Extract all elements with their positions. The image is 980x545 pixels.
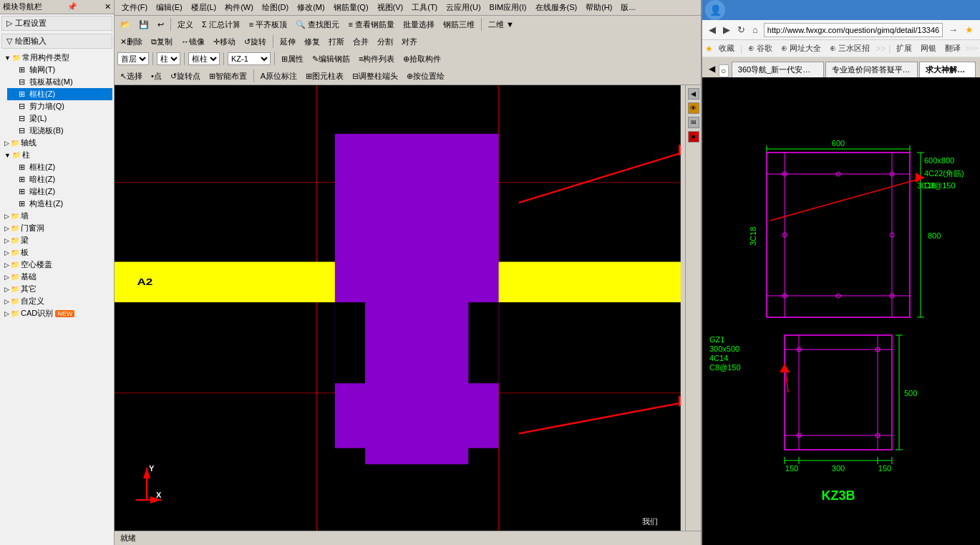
btn-undo[interactable]: ↩ bbox=[154, 19, 168, 31]
bookmark-google[interactable]: ⊕ 谷歌 bbox=[744, 42, 777, 54]
btn-merge[interactable]: 合并 bbox=[349, 35, 372, 49]
menu-online[interactable]: 在线服务(S) bbox=[531, 1, 582, 14]
tree-item-kz2[interactable]: ⊞ 框柱(Z) bbox=[7, 161, 112, 173]
browser-tab-0[interactable]: 360导航_新一代安全上网导... bbox=[732, 62, 824, 77]
browser-home-btn[interactable]: ⌂ bbox=[749, 23, 762, 37]
menu-help[interactable]: 帮助(H) bbox=[581, 1, 616, 14]
btn-rebar-3d[interactable]: 钢筋三维 bbox=[440, 18, 478, 32]
tree-item-raft[interactable]: ⊟ 筏板基础(M) bbox=[7, 76, 112, 88]
bookmark-nav[interactable]: ⊕ 网址大全 bbox=[777, 42, 825, 54]
tree-custom[interactable]: ▷ 📁 自定义 bbox=[1, 295, 112, 307]
btn-define[interactable]: 定义 bbox=[174, 18, 197, 32]
btn-place-by-position[interactable]: ⊕ 按位置绘 bbox=[403, 69, 448, 83]
tree-hollow[interactable]: ▷ 📁 空心楼盖 bbox=[1, 259, 112, 271]
browser-tab-back[interactable]: ◀ bbox=[705, 60, 719, 77]
btn-delete[interactable]: ✕ 删除 bbox=[117, 35, 146, 49]
browser-tab-2[interactable]: 求大神解答:构... bbox=[919, 62, 976, 77]
tree-common-types[interactable]: ▼ 📁 常用构件类型 bbox=[1, 52, 112, 64]
tree-item-gzz[interactable]: ⊞ 构造柱(Z) bbox=[7, 198, 112, 210]
browser-url-bar[interactable] bbox=[764, 23, 943, 37]
menu-tools[interactable]: 工具(T) bbox=[407, 1, 442, 14]
bookmark-favorites[interactable]: 收藏 bbox=[714, 42, 739, 54]
menu-view[interactable]: 视图(V) bbox=[373, 1, 408, 14]
btn-trim[interactable]: 打斯 bbox=[325, 35, 348, 49]
tree-beam2[interactable]: ▷ 📁 梁 bbox=[1, 234, 112, 246]
tree-item-beam[interactable]: ⊟ 梁(L) bbox=[7, 112, 112, 125]
tree-wall[interactable]: ▷ 📁 墙 bbox=[1, 210, 112, 222]
side-tb-btn-mail[interactable]: ✉ bbox=[688, 117, 699, 128]
browser-back-btn[interactable]: ◀ bbox=[705, 23, 719, 37]
btn-move[interactable]: ✛ 移动 bbox=[210, 35, 239, 49]
btn-copy[interactable]: ⧉ 复制 bbox=[147, 35, 176, 49]
btn-2d[interactable]: 二维 ▼ bbox=[485, 18, 518, 32]
btn-save[interactable]: 💾 bbox=[135, 19, 152, 31]
btn-properties[interactable]: ⊞ 属性 bbox=[278, 52, 307, 66]
menu-more[interactable]: 版... bbox=[616, 1, 639, 14]
tree-item-axisnet[interactable]: ⊞ 轴网(T) bbox=[7, 64, 112, 76]
tree-column[interactable]: ▼ 📁 柱 bbox=[1, 149, 112, 161]
btn-pick-component[interactable]: ⊕ 拾取构件 bbox=[399, 52, 445, 66]
browser-refresh-btn[interactable]: ↻ bbox=[734, 23, 749, 37]
btn-find-element[interactable]: 🔍 查找图元 bbox=[292, 18, 343, 32]
bookmark-sanshui[interactable]: ⊕ 三水区招 bbox=[825, 42, 874, 54]
profile-avatar[interactable]: 👤 bbox=[705, 0, 725, 20]
btn-batch-select[interactable]: 批量选择 bbox=[399, 18, 438, 32]
menu-file[interactable]: 文件(F) bbox=[117, 1, 152, 14]
tree-cad-recognize[interactable]: ▷ 📁 CAD识别 NEW bbox=[1, 307, 112, 319]
menu-rebar[interactable]: 钢筋量(Q) bbox=[329, 1, 373, 14]
btn-point-draw[interactable]: • 点 bbox=[147, 69, 165, 83]
tree-other[interactable]: ▷ 📁 其它 bbox=[1, 283, 112, 295]
tree-axisline[interactable]: ▷ 📁 轴线 bbox=[1, 137, 112, 149]
btn-in-place-annotation[interactable]: A 原位标注 bbox=[257, 69, 301, 83]
btn-align[interactable]: 对齐 bbox=[398, 35, 421, 49]
select-component-subtype[interactable]: 框柱 bbox=[188, 52, 220, 65]
browser-tab-1[interactable]: 专业造价问答答疑平台-广联... bbox=[825, 62, 918, 77]
menu-edit[interactable]: 编辑(E) bbox=[152, 1, 187, 14]
browser-star-btn[interactable]: ★ bbox=[961, 23, 977, 37]
btn-extend[interactable]: 延伸 bbox=[276, 35, 299, 49]
nav-pin-icon[interactable]: 📌 bbox=[67, 2, 77, 11]
tree-item-az[interactable]: ⊞ 暗柱(Z) bbox=[7, 173, 112, 185]
nav-close-icon[interactable]: ✕ bbox=[105, 2, 111, 11]
side-tb-btn-1[interactable]: ◀ bbox=[688, 88, 699, 100]
select-component-type[interactable]: 柱 bbox=[157, 52, 180, 65]
menu-component[interactable]: 构件(W) bbox=[220, 1, 258, 14]
menu-cloud[interactable]: 云应用(U) bbox=[442, 1, 485, 14]
side-tb-btn-eye[interactable]: 👁 bbox=[688, 102, 699, 114]
btn-mirror[interactable]: ↔ 镜像 bbox=[178, 35, 208, 49]
btn-view-rebar[interactable]: ≡ 查看钢筋量 bbox=[344, 18, 397, 32]
btn-rotate-point[interactable]: ↺ 旋转点 bbox=[167, 69, 204, 83]
canvas-area[interactable]: A2 ◀ 👁 ✉ ■ Y X bbox=[115, 85, 701, 531]
browser-go-btn[interactable]: → bbox=[945, 23, 961, 37]
menu-bim[interactable]: BIM应用(I) bbox=[485, 1, 531, 14]
browser-small-icon[interactable]: ○ bbox=[719, 64, 729, 77]
btn-component-list[interactable]: ≡ 构件列表 bbox=[355, 52, 398, 66]
menu-modify[interactable]: 修改(M) bbox=[293, 1, 329, 14]
tree-door-window[interactable]: ▷ 📁 门窗洞 bbox=[1, 222, 112, 234]
tree-item-slab[interactable]: ⊟ 现浇板(B) bbox=[7, 125, 112, 137]
menu-floor[interactable]: 楼层(L) bbox=[187, 1, 220, 14]
btn-open[interactable]: 📂 bbox=[117, 19, 134, 31]
tree-item-shear-wall[interactable]: ⊟ 剪力墙(Q) bbox=[7, 100, 112, 112]
btn-element-column-table[interactable]: ⊞ 图元柱表 bbox=[302, 69, 347, 83]
select-floor[interactable]: 首层 bbox=[117, 52, 149, 65]
bookmark-bank[interactable]: 网银 bbox=[916, 42, 941, 54]
bookmark-translate[interactable]: 翻译 bbox=[941, 42, 965, 54]
bookmark-expand[interactable]: 扩展 bbox=[892, 42, 916, 54]
btn-repair[interactable]: 修复 bbox=[301, 35, 324, 49]
btn-rotate[interactable]: ↺ 旋转 bbox=[241, 35, 270, 49]
section-drawing-input[interactable]: ▽ 绘图输入 bbox=[1, 34, 112, 49]
btn-adjust-column-end[interactable]: ⊟ 调整柱端头 bbox=[349, 69, 402, 83]
side-tb-btn-red[interactable]: ■ bbox=[688, 131, 699, 143]
bm-more[interactable]: >>> bbox=[965, 44, 978, 52]
btn-calc-sum[interactable]: Σ 汇总计算 bbox=[198, 18, 244, 32]
select-component-id[interactable]: KZ-1 bbox=[228, 52, 271, 65]
tree-item-dz[interactable]: ⊞ 端柱(Z) bbox=[7, 185, 112, 198]
btn-flat-top[interactable]: ≡ 平齐板顶 bbox=[246, 18, 291, 32]
tree-foundation[interactable]: ▷ 📁 基础 bbox=[1, 271, 112, 283]
browser-forward-btn[interactable]: ▶ bbox=[719, 23, 734, 37]
btn-select[interactable]: ↖ 选择 bbox=[117, 69, 146, 83]
tree-item-kz[interactable]: ⊞ 框柱(Z) bbox=[7, 88, 112, 100]
btn-split[interactable]: 分割 bbox=[374, 35, 397, 49]
menu-draw[interactable]: 绘图(D) bbox=[258, 1, 293, 14]
